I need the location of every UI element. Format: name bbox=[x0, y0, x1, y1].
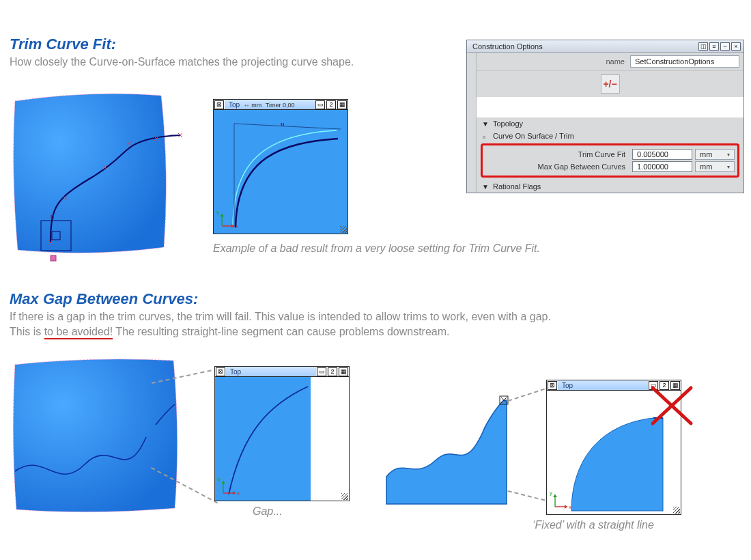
svg-rect-15 bbox=[51, 255, 56, 261]
viewport-timer: Timer 0,00 bbox=[266, 102, 295, 109]
viewport-label: Top bbox=[562, 382, 573, 389]
svg-text:u: u bbox=[51, 212, 55, 220]
highlighted-params: Trim Curve Fit 0.005000 mm▾ Max Gap Betw… bbox=[481, 143, 739, 178]
section2-heading: Max Gap Between Curves: bbox=[10, 290, 740, 308]
svg-text:y: y bbox=[550, 490, 552, 496]
construction-options-panel: Construction Options ◫ ≡ – × name SetCon… bbox=[466, 40, 744, 193]
panel-close-icon[interactable]: × bbox=[731, 42, 741, 51]
resize-handle-icon[interactable] bbox=[673, 507, 680, 514]
viewport-close-icon[interactable]: ⊠ bbox=[548, 381, 557, 390]
section2-subtext-b-post: The resulting straight-line segment can … bbox=[113, 326, 449, 337]
viewport-two-icon[interactable]: 2 bbox=[328, 367, 337, 376]
viewport-gap: ⊠ Top ▭ 2 ▦ x y bbox=[214, 366, 350, 501]
section2-emphasis: to be avoided! bbox=[44, 326, 113, 339]
surface-trim-example: u bbox=[10, 89, 187, 266]
tool-plusminus-icon[interactable]: +/− bbox=[601, 74, 620, 94]
section-topology[interactable]: ▼ Topology bbox=[477, 117, 743, 130]
panel-name-label: name bbox=[606, 57, 625, 66]
unit-label: mm bbox=[700, 150, 712, 158]
svg-text:y: y bbox=[218, 476, 221, 482]
dropdown-arrow-icon: ▾ bbox=[727, 164, 730, 170]
svg-text:y: y bbox=[216, 209, 219, 215]
section2-subtext-a: If there is a gap in the trim curves, th… bbox=[10, 311, 551, 322]
svg-text:x: x bbox=[236, 223, 238, 229]
torn-edge bbox=[477, 97, 743, 117]
caption-gap: Gap... bbox=[253, 505, 283, 518]
resize-handle-icon[interactable] bbox=[340, 226, 347, 233]
svg-rect-26 bbox=[215, 377, 311, 501]
surface-gap-example bbox=[10, 355, 182, 516]
max-gap-unit-dropdown[interactable]: mm▾ bbox=[695, 161, 735, 172]
viewport-close-icon[interactable]: ⊠ bbox=[214, 100, 224, 109]
viewport-grid-icon[interactable]: ▦ bbox=[337, 100, 347, 109]
viewport-layout-icon[interactable]: ▭ bbox=[315, 100, 325, 109]
viewport-units: ↔ mm bbox=[244, 102, 262, 109]
viewport-label: Top bbox=[230, 368, 241, 376]
panel-collapse-icon[interactable]: ◫ bbox=[698, 42, 708, 51]
viewport-close-icon[interactable]: ⊠ bbox=[216, 367, 225, 376]
panel-title: Construction Options bbox=[470, 42, 697, 51]
svg-text:x: x bbox=[237, 490, 240, 496]
trim-curve-fit-input[interactable]: 0.005000 bbox=[632, 149, 692, 160]
resize-handle-icon[interactable] bbox=[341, 493, 348, 500]
svg-rect-27 bbox=[311, 377, 349, 501]
param-max-gap: Max Gap Between Curves 1.000000 mm▾ bbox=[485, 161, 735, 172]
section1-subtext: How closely the Curve-on-Surface matches… bbox=[10, 55, 354, 70]
section1-caption: Example of a bad result from a very loos… bbox=[213, 242, 582, 255]
section1-heading: Trim Curve Fit: bbox=[10, 36, 354, 53]
viewport-trim-fit: ⊠ Top ↔ mm Timer 0,00 ▭ 2 ▦ u x y bbox=[213, 99, 348, 234]
trim-curve-fit-unit-dropdown[interactable]: mm▾ bbox=[695, 149, 735, 160]
dropdown-arrow-icon: ▾ bbox=[727, 152, 730, 158]
panel-minimize-icon[interactable]: – bbox=[720, 42, 730, 51]
section-curve-on-surface[interactable]: ⬦ Curve On Surface / Trim bbox=[477, 130, 743, 142]
param-label: Trim Curve Fit bbox=[485, 150, 632, 158]
error-x-icon bbox=[649, 382, 696, 430]
viewport-layout-icon[interactable]: ▭ bbox=[317, 367, 326, 376]
viewport-grid-icon[interactable]: ▦ bbox=[339, 367, 348, 376]
section2-subtext-b-pre: This is bbox=[10, 326, 44, 337]
svg-text:x: x bbox=[569, 504, 571, 510]
chevron-up-icon: ⬦ bbox=[482, 132, 489, 140]
section-rational-label: Rational Flags bbox=[493, 182, 541, 191]
unit-label: mm bbox=[700, 163, 712, 171]
caption-fixed: ‘Fixed’ with a straight line bbox=[533, 519, 654, 531]
chevron-down-icon: ▼ bbox=[482, 120, 489, 128]
panel-side-column bbox=[467, 53, 477, 193]
chevron-down-icon: ▼ bbox=[482, 183, 489, 191]
panel-name-value[interactable]: SetConstructionOptions bbox=[630, 55, 739, 68]
viewport-two-icon[interactable]: 2 bbox=[326, 100, 336, 109]
viewport-label: Top bbox=[229, 101, 240, 109]
max-gap-input[interactable]: 1.000000 bbox=[632, 161, 692, 172]
section-rational-flags[interactable]: ▼ Rational Flags bbox=[477, 180, 743, 193]
section-topology-label: Topology bbox=[493, 120, 523, 128]
section-cos-label: Curve On Surface / Trim bbox=[493, 132, 574, 140]
svg-text:u: u bbox=[281, 120, 285, 128]
panel-menu-icon[interactable]: ≡ bbox=[709, 42, 719, 51]
param-label: Max Gap Between Curves bbox=[485, 163, 632, 171]
param-trim-curve-fit: Trim Curve Fit 0.005000 mm▾ bbox=[485, 149, 735, 160]
